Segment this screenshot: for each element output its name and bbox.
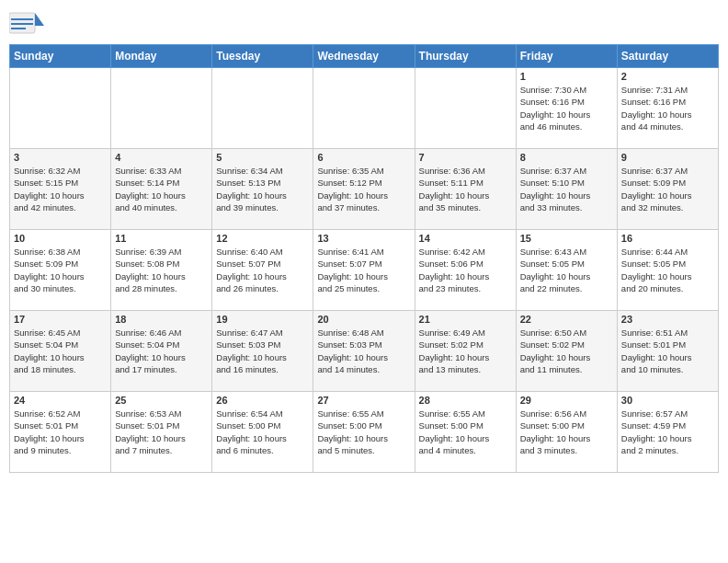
day-number: 16 — [621, 233, 714, 244]
calendar-header-friday: Friday — [516, 45, 617, 68]
calendar-cell: 24Sunrise: 6:52 AM Sunset: 5:01 PM Dayli… — [10, 392, 111, 473]
day-info: Sunrise: 6:37 AM Sunset: 5:09 PM Dayligh… — [621, 165, 714, 213]
calendar-header-row: SundayMondayTuesdayWednesdayThursdayFrid… — [10, 45, 719, 68]
day-number: 26 — [216, 395, 309, 406]
day-info: Sunrise: 6:55 AM Sunset: 5:00 PM Dayligh… — [317, 408, 410, 456]
day-info: Sunrise: 6:48 AM Sunset: 5:03 PM Dayligh… — [317, 327, 410, 375]
calendar-cell: 4Sunrise: 6:33 AM Sunset: 5:14 PM Daylig… — [111, 149, 212, 230]
day-number: 13 — [317, 233, 410, 244]
calendar-cell: 3Sunrise: 6:32 AM Sunset: 5:15 PM Daylig… — [10, 149, 111, 230]
calendar-cell: 30Sunrise: 6:57 AM Sunset: 4:59 PM Dayli… — [617, 392, 718, 473]
day-number: 1 — [520, 71, 613, 82]
calendar-week-row: 1Sunrise: 7:30 AM Sunset: 6:16 PM Daylig… — [10, 68, 719, 149]
day-number: 22 — [520, 314, 613, 325]
day-number: 17 — [14, 314, 107, 325]
calendar-cell: 28Sunrise: 6:55 AM Sunset: 5:00 PM Dayli… — [415, 392, 516, 473]
day-info: Sunrise: 6:50 AM Sunset: 5:02 PM Dayligh… — [520, 327, 613, 375]
calendar-cell: 20Sunrise: 6:48 AM Sunset: 5:03 PM Dayli… — [313, 311, 415, 392]
day-info: Sunrise: 6:51 AM Sunset: 5:01 PM Dayligh… — [621, 327, 714, 375]
day-info: Sunrise: 6:37 AM Sunset: 5:10 PM Dayligh… — [520, 165, 613, 213]
calendar-week-row: 17Sunrise: 6:45 AM Sunset: 5:04 PM Dayli… — [10, 311, 719, 392]
day-number: 6 — [317, 152, 410, 163]
calendar-cell: 8Sunrise: 6:37 AM Sunset: 5:10 PM Daylig… — [516, 149, 617, 230]
day-number: 19 — [216, 314, 309, 325]
calendar-cell: 26Sunrise: 6:54 AM Sunset: 5:00 PM Dayli… — [212, 392, 313, 473]
day-info: Sunrise: 7:30 AM Sunset: 6:16 PM Dayligh… — [520, 84, 613, 132]
calendar-cell: 11Sunrise: 6:39 AM Sunset: 5:08 PM Dayli… — [111, 230, 212, 311]
header — [9, 9, 719, 39]
day-info: Sunrise: 6:34 AM Sunset: 5:13 PM Dayligh… — [216, 165, 309, 213]
day-number: 28 — [419, 395, 512, 406]
day-number: 2 — [621, 71, 714, 82]
svg-rect-3 — [11, 23, 33, 25]
calendar-cell: 23Sunrise: 6:51 AM Sunset: 5:01 PM Dayli… — [617, 311, 718, 392]
calendar-cell: 16Sunrise: 6:44 AM Sunset: 5:05 PM Dayli… — [617, 230, 718, 311]
day-number: 20 — [317, 314, 410, 325]
day-info: Sunrise: 6:36 AM Sunset: 5:11 PM Dayligh… — [419, 165, 512, 213]
logo-icon — [9, 9, 46, 39]
day-info: Sunrise: 6:45 AM Sunset: 5:04 PM Dayligh… — [14, 327, 107, 375]
calendar-cell: 2Sunrise: 7:31 AM Sunset: 6:16 PM Daylig… — [617, 68, 718, 149]
svg-rect-2 — [11, 18, 33, 20]
day-number: 3 — [14, 152, 107, 163]
calendar-header-sunday: Sunday — [10, 45, 111, 68]
day-info: Sunrise: 6:52 AM Sunset: 5:01 PM Dayligh… — [14, 408, 107, 456]
day-info: Sunrise: 6:43 AM Sunset: 5:05 PM Dayligh… — [520, 246, 613, 294]
calendar-cell: 14Sunrise: 6:42 AM Sunset: 5:06 PM Dayli… — [415, 230, 516, 311]
calendar-cell — [212, 68, 313, 149]
calendar-cell: 6Sunrise: 6:35 AM Sunset: 5:12 PM Daylig… — [313, 149, 415, 230]
day-info: Sunrise: 6:42 AM Sunset: 5:06 PM Dayligh… — [419, 246, 512, 294]
day-number: 4 — [115, 152, 208, 163]
day-number: 23 — [621, 314, 714, 325]
svg-marker-1 — [35, 13, 44, 26]
calendar-cell: 13Sunrise: 6:41 AM Sunset: 5:07 PM Dayli… — [313, 230, 415, 311]
day-number: 27 — [317, 395, 410, 406]
calendar-cell: 1Sunrise: 7:30 AM Sunset: 6:16 PM Daylig… — [516, 68, 617, 149]
calendar-cell: 12Sunrise: 6:40 AM Sunset: 5:07 PM Dayli… — [212, 230, 313, 311]
day-number: 14 — [419, 233, 512, 244]
calendar-header-wednesday: Wednesday — [313, 45, 415, 68]
day-number: 25 — [115, 395, 208, 406]
calendar-cell — [313, 68, 415, 149]
day-info: Sunrise: 6:56 AM Sunset: 5:00 PM Dayligh… — [520, 408, 613, 456]
calendar-cell — [111, 68, 212, 149]
day-info: Sunrise: 6:38 AM Sunset: 5:09 PM Dayligh… — [14, 246, 107, 294]
day-info: Sunrise: 6:40 AM Sunset: 5:07 PM Dayligh… — [216, 246, 309, 294]
logo — [9, 9, 50, 39]
calendar-header-monday: Monday — [111, 45, 212, 68]
day-info: Sunrise: 6:57 AM Sunset: 4:59 PM Dayligh… — [621, 408, 714, 456]
calendar-cell: 22Sunrise: 6:50 AM Sunset: 5:02 PM Dayli… — [516, 311, 617, 392]
day-info: Sunrise: 6:33 AM Sunset: 5:14 PM Dayligh… — [115, 165, 208, 213]
day-info: Sunrise: 7:31 AM Sunset: 6:16 PM Dayligh… — [621, 84, 714, 132]
day-info: Sunrise: 6:39 AM Sunset: 5:08 PM Dayligh… — [115, 246, 208, 294]
calendar-cell: 25Sunrise: 6:53 AM Sunset: 5:01 PM Dayli… — [111, 392, 212, 473]
day-number: 9 — [621, 152, 714, 163]
calendar-header-saturday: Saturday — [617, 45, 718, 68]
day-number: 5 — [216, 152, 309, 163]
calendar-cell: 29Sunrise: 6:56 AM Sunset: 5:00 PM Dayli… — [516, 392, 617, 473]
day-number: 10 — [14, 233, 107, 244]
day-info: Sunrise: 6:46 AM Sunset: 5:04 PM Dayligh… — [115, 327, 208, 375]
calendar-header-thursday: Thursday — [415, 45, 516, 68]
day-info: Sunrise: 6:54 AM Sunset: 5:00 PM Dayligh… — [216, 408, 309, 456]
calendar-cell: 7Sunrise: 6:36 AM Sunset: 5:11 PM Daylig… — [415, 149, 516, 230]
day-number: 15 — [520, 233, 613, 244]
calendar-cell — [415, 68, 516, 149]
calendar-cell: 18Sunrise: 6:46 AM Sunset: 5:04 PM Dayli… — [111, 311, 212, 392]
calendar-cell: 17Sunrise: 6:45 AM Sunset: 5:04 PM Dayli… — [10, 311, 111, 392]
calendar-table: SundayMondayTuesdayWednesdayThursdayFrid… — [9, 44, 719, 473]
calendar-cell: 19Sunrise: 6:47 AM Sunset: 5:03 PM Dayli… — [212, 311, 313, 392]
day-info: Sunrise: 6:35 AM Sunset: 5:12 PM Dayligh… — [317, 165, 410, 213]
day-number: 18 — [115, 314, 208, 325]
day-info: Sunrise: 6:41 AM Sunset: 5:07 PM Dayligh… — [317, 246, 410, 294]
day-info: Sunrise: 6:55 AM Sunset: 5:00 PM Dayligh… — [419, 408, 512, 456]
calendar-week-row: 3Sunrise: 6:32 AM Sunset: 5:15 PM Daylig… — [10, 149, 719, 230]
day-info: Sunrise: 6:47 AM Sunset: 5:03 PM Dayligh… — [216, 327, 309, 375]
calendar-cell — [10, 68, 111, 149]
day-number: 7 — [419, 152, 512, 163]
calendar-cell: 9Sunrise: 6:37 AM Sunset: 5:09 PM Daylig… — [617, 149, 718, 230]
day-info: Sunrise: 6:32 AM Sunset: 5:15 PM Dayligh… — [14, 165, 107, 213]
calendar-cell: 21Sunrise: 6:49 AM Sunset: 5:02 PM Dayli… — [415, 311, 516, 392]
day-number: 12 — [216, 233, 309, 244]
calendar-cell: 15Sunrise: 6:43 AM Sunset: 5:05 PM Dayli… — [516, 230, 617, 311]
